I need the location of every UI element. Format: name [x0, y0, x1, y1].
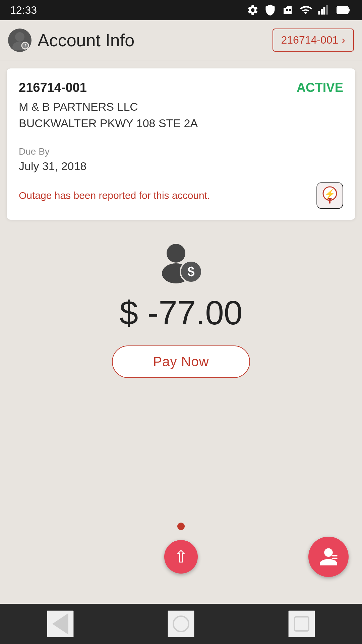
status-time: 12:33: [10, 4, 37, 16]
home-circle-icon: [173, 615, 189, 632]
balance-amount: $ -77.00: [120, 293, 243, 332]
chevron-right-icon: ›: [342, 34, 345, 46]
due-label: Due By: [19, 146, 343, 157]
shield-icon: [264, 4, 276, 16]
svg-rect-5: [348, 9, 350, 12]
svg-point-7: [15, 32, 24, 42]
header-left: i Account Info: [8, 29, 134, 52]
home-button[interactable]: [168, 610, 194, 637]
bottom-nav: [0, 604, 362, 644]
pagination: [177, 523, 185, 530]
balance-section: $ $ -77.00 Pay Now: [0, 240, 362, 378]
account-selector-button[interactable]: 216714-001 ›: [273, 29, 354, 52]
svg-text:⚡: ⚡: [324, 189, 336, 199]
recent-square-icon: [294, 616, 309, 632]
wifi-icon: [299, 4, 312, 16]
due-date: July 31, 2018: [19, 160, 343, 173]
pay-now-button[interactable]: Pay Now: [112, 345, 250, 378]
outage-text: Outage has been reported for this accoun…: [19, 190, 210, 201]
back-triangle-icon: [52, 613, 68, 635]
svg-rect-6: [338, 7, 348, 13]
contact-icon: [318, 546, 339, 568]
sim-icon: [282, 4, 294, 16]
outage-report-button[interactable]: ⚡: [316, 182, 343, 209]
chevron-up-icon: ⇧: [174, 548, 188, 565]
avatar: i: [8, 29, 32, 52]
pagination-dot-active: [177, 523, 185, 530]
card-account-number: 216714-001: [19, 80, 87, 95]
outage-row: Outage has been reported for this accoun…: [19, 182, 343, 209]
recent-button[interactable]: [288, 610, 315, 637]
svg-rect-14: [329, 200, 330, 204]
page-title: Account Info: [38, 30, 134, 50]
location-pin-lightning-icon: ⚡: [321, 186, 338, 205]
svg-rect-21: [332, 560, 336, 562]
header: i Account Info 216714-001 ›: [0, 20, 362, 60]
svg-point-15: [167, 244, 185, 263]
contact-fab[interactable]: [308, 537, 349, 577]
svg-rect-1: [321, 9, 323, 15]
account-badge-number: 216714-001: [281, 34, 339, 46]
svg-rect-0: [318, 11, 320, 15]
address: BUCKWALTER PKWY 108 STE 2A: [19, 117, 343, 138]
account-card: 216714-001 ACTIVE M & B PARTNERS LLC BUC…: [7, 68, 355, 220]
svg-rect-2: [323, 7, 325, 15]
settings-icon: [247, 4, 259, 16]
signal-icon: [318, 4, 330, 16]
person-avatar-icon: i: [10, 30, 30, 50]
status-icons: [247, 4, 352, 16]
scroll-up-fab[interactable]: ⇧: [164, 540, 198, 574]
status-bar: 12:33: [0, 0, 362, 20]
battery-icon: [335, 4, 352, 16]
svg-rect-3: [326, 5, 328, 15]
svg-rect-19: [332, 555, 338, 556]
svg-rect-20: [332, 558, 338, 559]
card-header: 216714-001 ACTIVE: [19, 80, 343, 95]
back-button[interactable]: [47, 610, 74, 637]
account-status: ACTIVE: [297, 80, 343, 95]
svg-text:$: $: [187, 265, 194, 279]
balance-icon: $: [154, 240, 208, 287]
company-name: M & B PARTNERS LLC: [19, 100, 343, 113]
